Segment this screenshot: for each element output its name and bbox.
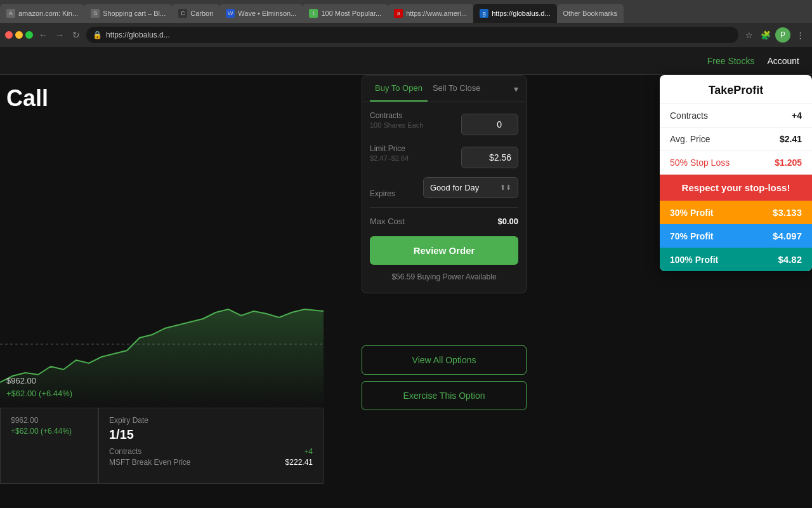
bookmark-icon[interactable]: ☆ xyxy=(742,28,756,42)
price-display: $962.00 xyxy=(6,376,36,385)
traffic-light-yellow[interactable] xyxy=(15,31,23,39)
tp-profit-30-label: 30% Profit xyxy=(670,208,713,218)
chart-area: Call $962.00 +$62.00 (+6.44%) $962. xyxy=(0,47,324,484)
takeprofit-popup: TakeProfit Contracts +4 Avg. Price $2.41… xyxy=(660,75,812,271)
tab-favicon-ameri: a xyxy=(394,9,403,18)
tp-avg-price-label: Avg. Price xyxy=(670,134,710,144)
tp-alert: Respect your stop-loss! xyxy=(660,175,812,201)
breakeven-value: $222.41 xyxy=(285,458,313,467)
tab-wave[interactable]: W Wave • Elminson... xyxy=(219,4,303,23)
forward-button[interactable]: → xyxy=(53,29,66,41)
tab-label-popular: 100 Most Popular... xyxy=(321,10,381,17)
refresh-button[interactable]: ↻ xyxy=(70,29,82,41)
contracts-input[interactable] xyxy=(461,114,518,135)
change-label-left: +$62.00 (+6.44%) xyxy=(11,427,72,436)
tab-dropdown-icon[interactable]: ▾ xyxy=(514,84,518,94)
view-all-options-button[interactable]: View All Options xyxy=(362,345,527,375)
review-order-button[interactable]: Review Order xyxy=(370,236,518,265)
traffic-light-red[interactable] xyxy=(5,31,13,39)
tp-profit-30: 30% Profit $3.133 xyxy=(660,201,812,224)
order-form: Contracts 100 Shares Each Limit Price $2… xyxy=(362,102,526,293)
browser-tabs: A amazon.com: Kin... S Shopping cart – B… xyxy=(0,0,812,23)
limit-price-field-row: Limit Price $2.47–$2.64 xyxy=(370,144,518,168)
price-label-left: $962.00 xyxy=(11,416,38,425)
tab-ameri[interactable]: a https://www.ameri... xyxy=(388,4,473,23)
tab-favicon-wave: W xyxy=(226,9,235,18)
tab-favicon-shopping: S xyxy=(91,9,100,18)
lock-icon: 🔒 xyxy=(93,30,102,39)
change-display: +$62.00 (+6.44%) xyxy=(6,389,72,398)
expires-field-row: Expires Good for Day ⬆⬇ xyxy=(370,177,518,198)
limit-price-input-wrapper xyxy=(461,144,518,168)
account-link[interactable]: Account xyxy=(767,56,799,66)
browser-address-bar: ← → ↻ 🔒 https://globalus.d... ☆ 🧩 P ⋮ xyxy=(0,23,812,47)
breakeven-label: MSFT Break Even Price xyxy=(109,458,190,467)
tp-profit-100-value: $4.82 xyxy=(778,254,802,265)
takeprofit-title: TakeProfit xyxy=(660,75,812,104)
tp-avg-price-value: $2.41 xyxy=(780,134,802,144)
info-row-price: $962.00 xyxy=(11,416,88,425)
address-box[interactable]: 🔒 https://globalus.d... xyxy=(86,27,738,43)
toolbar-icons: ☆ 🧩 P ⋮ xyxy=(742,27,807,43)
info-cards: $962.00 +$62.00 (+6.44%) Expiry Date 1/1… xyxy=(0,408,324,484)
tab-bookmarks[interactable]: Other Bookmarks xyxy=(557,4,624,23)
max-cost-row: Max Cost $0.00 xyxy=(370,217,518,226)
tp-profit-30-value: $3.133 xyxy=(773,207,802,218)
tab-favicon-popular: 1 xyxy=(309,9,318,18)
instrument-label: Call xyxy=(6,85,48,112)
exercise-option-button[interactable]: Exercise This Option xyxy=(362,381,527,410)
traffic-light-green[interactable] xyxy=(25,31,33,39)
extensions-icon[interactable]: 🧩 xyxy=(759,28,773,42)
tab-sell-to-close[interactable]: Sell To Close xyxy=(428,76,486,102)
menu-icon[interactable]: ⋮ xyxy=(793,28,807,42)
contracts-label: Contracts xyxy=(370,111,461,120)
tab-amazon[interactable]: A amazon.com: Kin... xyxy=(0,4,84,23)
contracts-field-left: Contracts 100 Shares Each xyxy=(370,111,461,129)
tab-label-shopping: Shopping cart – Bl... xyxy=(103,10,166,17)
tab-label-carbon: Carbon xyxy=(190,10,213,17)
price-chart xyxy=(0,268,324,408)
contracts-input-wrapper xyxy=(461,111,518,135)
tab-label-amazon: amazon.com: Kin... xyxy=(18,10,78,17)
tp-profit-70: 70% Profit $4.097 xyxy=(660,224,812,248)
breakeven-row: MSFT Break Even Price $222.41 xyxy=(109,458,313,467)
expiry-date-value: 1/15 xyxy=(109,427,313,442)
contracts-value-card: +4 xyxy=(304,447,313,456)
profile-icon[interactable]: P xyxy=(775,27,790,43)
tp-stop-loss-row: 50% Stop Loss $1.205 xyxy=(660,151,812,175)
tab-popular[interactable]: 1 100 Most Popular... xyxy=(303,4,388,23)
contracts-row: Contracts +4 xyxy=(109,447,313,456)
contracts-field-row: Contracts 100 Shares Each xyxy=(370,111,518,135)
tp-avg-price-row: Avg. Price $2.41 xyxy=(660,128,812,151)
limit-price-input[interactable] xyxy=(461,147,518,168)
expires-label: Expires xyxy=(370,189,395,198)
tab-globalus[interactable]: g https://globalus.d... xyxy=(473,4,556,23)
info-row-change: +$62.00 (+6.44%) xyxy=(11,427,88,436)
traffic-lights xyxy=(5,31,33,39)
bottom-action-buttons: View All Options Exercise This Option xyxy=(362,345,527,410)
tp-profit-100: 100% Profit $4.82 xyxy=(660,248,812,271)
tab-label-globalus: https://globalus.d... xyxy=(492,10,550,17)
tab-buy-to-open[interactable]: Buy To Open xyxy=(370,76,428,102)
expires-dropdown-icon: ⬆⬇ xyxy=(500,184,511,192)
expires-select[interactable]: Good for Day ⬆⬇ xyxy=(423,177,518,198)
tab-favicon-carbon: C xyxy=(178,9,187,18)
max-cost-label: Max Cost xyxy=(370,217,405,226)
tp-contracts-label: Contracts xyxy=(670,110,708,121)
limit-price-field-left: Limit Price $2.47–$2.64 xyxy=(370,144,461,162)
tp-stop-loss-label: 50% Stop Loss xyxy=(670,157,730,168)
buying-power-label: $56.59 Buying Power Available xyxy=(370,272,518,284)
tab-favicon-globalus: g xyxy=(480,9,488,18)
expiry-date-title: Expiry Date xyxy=(109,416,313,425)
tab-shopping[interactable]: S Shopping cart – Bl... xyxy=(84,4,172,23)
contracts-sublabel: 100 Shares Each xyxy=(370,121,461,129)
page-content: Free Stocks Account Call $962.00 +$62.00… xyxy=(0,47,812,484)
free-stocks-link[interactable]: Free Stocks xyxy=(707,56,755,66)
tab-label-ameri: https://www.ameri... xyxy=(406,10,467,17)
tab-favicon-amazon: A xyxy=(6,9,15,18)
back-button[interactable]: ← xyxy=(37,29,49,41)
tab-label-bookmarks: Other Bookmarks xyxy=(563,10,618,17)
info-card-empty: $962.00 +$62.00 (+6.44%) xyxy=(0,408,98,484)
widget-divider xyxy=(370,207,518,208)
tab-carbon[interactable]: C Carbon xyxy=(172,4,219,23)
